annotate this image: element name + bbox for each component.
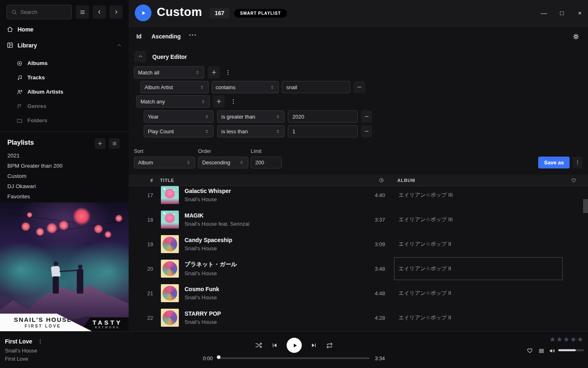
playlist-item-custom[interactable]: Custom — [7, 173, 27, 179]
album-cell[interactable]: エイリアン☆ポップ III — [394, 208, 563, 231]
track-row[interactable]: 21 Cosmo FunkSnail's House 4:48 エイリアン☆ポッ… — [129, 281, 588, 305]
sort-select[interactable]: Album — [134, 157, 195, 168]
play-button[interactable] — [287, 338, 302, 353]
next-icon[interactable] — [310, 342, 317, 349]
star-icon[interactable] — [556, 336, 563, 343]
album-cell[interactable]: エイリアン☆ポップ II — [394, 282, 563, 305]
rule3-operator-select[interactable]: is less than — [217, 125, 285, 137]
playlist-item-dj-okawari[interactable]: DJ Okawari — [7, 183, 36, 189]
sidebar-item-home[interactable]: Home — [7, 26, 33, 33]
now-playing-title[interactable]: First Love — [5, 338, 43, 345]
track-album-art — [161, 235, 179, 253]
group2-options-button[interactable] — [229, 97, 237, 106]
volume-icon[interactable] — [548, 347, 556, 355]
save-options-button[interactable] — [572, 157, 582, 168]
playlist-item-bpm[interactable]: BPM Greater than 200 — [7, 163, 62, 169]
repeat-icon[interactable] — [326, 342, 333, 349]
now-playing-artist[interactable]: Snail's House — [5, 348, 37, 354]
add-playlist-button[interactable] — [95, 138, 105, 149]
group2-match-select[interactable]: Match any — [136, 95, 210, 108]
volume-slider[interactable] — [558, 349, 584, 351]
column-index[interactable]: # — [129, 178, 153, 183]
player-bar: First Love Snail's House First Love 0:00… — [0, 331, 588, 368]
group2-add-rule-button[interactable] — [213, 95, 225, 108]
folder-icon — [16, 117, 23, 124]
sidebar-item-albums[interactable]: Albums — [16, 57, 48, 69]
playlist-item-favorites[interactable]: Favorites — [7, 193, 30, 200]
close-button[interactable]: × — [576, 7, 584, 18]
now-playing-album[interactable]: First Love — [5, 356, 28, 362]
track-row[interactable]: 17 Galactic WhisperSnail's House 4:40 エイ… — [129, 186, 588, 207]
rule2-operator-select[interactable]: is greater than — [217, 110, 285, 123]
rule3-field-select[interactable]: Play Count — [144, 125, 214, 137]
album-cell[interactable]: エイリアン☆ポップ III — [394, 186, 563, 206]
select-caret-icon — [270, 85, 275, 90]
sort-field-control[interactable]: Id — [136, 33, 141, 40]
favorite-icon[interactable] — [526, 347, 533, 354]
rule3-value-input[interactable] — [288, 125, 358, 137]
rule1-remove-button[interactable] — [354, 81, 365, 93]
collapse-library-icon[interactable] — [116, 43, 122, 48]
seek-knob[interactable] — [217, 355, 220, 359]
rule2-value-input[interactable] — [288, 110, 358, 123]
minimize-button[interactable]: — — [540, 7, 548, 18]
sidebar-item-genres[interactable]: Genres — [16, 100, 47, 112]
column-title[interactable]: TITLE — [160, 178, 355, 183]
rule1-value-input[interactable] — [282, 81, 350, 93]
playlist-item-2021[interactable]: 2021 — [7, 153, 20, 159]
star-icon[interactable] — [549, 336, 556, 343]
track-row[interactable]: 19 Candy SpaceshipSnail's House 3:09 エイリ… — [129, 232, 588, 256]
rule2-field-select[interactable]: Year — [144, 110, 214, 123]
sort-label: Sort — [134, 148, 143, 154]
track-row[interactable]: 22 STARRY POPSnail's House 4:28 エイリアン☆ポッ… — [129, 305, 588, 330]
album-cell-focused[interactable]: エイリアン☆ポップ II — [394, 257, 563, 280]
seek-bar[interactable] — [218, 357, 370, 359]
queue-icon[interactable] — [538, 348, 545, 354]
nav-forward-button[interactable] — [109, 5, 122, 19]
menu-button[interactable] — [76, 5, 89, 19]
sort-order-control[interactable]: Ascending — [151, 33, 181, 40]
now-playing-album-art[interactable]: TASTY NETWORK SNAIL'S HOUSE FIRST LOVE — [0, 202, 129, 331]
star-icon[interactable] — [577, 336, 584, 343]
duration-column-icon[interactable] — [355, 177, 384, 183]
shuffle-icon[interactable] — [255, 341, 263, 349]
search-input[interactable] — [20, 9, 67, 15]
star-icon[interactable] — [563, 336, 570, 343]
column-album[interactable]: ALBUM — [397, 178, 571, 183]
toolbar-more-button[interactable]: ··· — [189, 31, 197, 39]
limit-input[interactable] — [251, 157, 282, 168]
table-scrollbar[interactable] — [583, 199, 588, 213]
rule2-remove-button[interactable] — [361, 110, 372, 123]
group1-options-button[interactable] — [224, 68, 232, 77]
previous-icon[interactable] — [271, 342, 278, 349]
track-options-icon[interactable] — [37, 339, 43, 345]
query-editor-collapse-button[interactable] — [134, 51, 146, 62]
sidebar-item-tracks[interactable]: Tracks — [16, 72, 45, 83]
save-as-button[interactable]: Save as — [538, 157, 570, 168]
album-cell[interactable]: エイリアン☆ポップ II — [394, 306, 563, 329]
search-box[interactable] — [7, 5, 72, 19]
star-icon[interactable] — [570, 336, 577, 343]
play-playlist-button[interactable] — [135, 4, 151, 21]
rule3-remove-button[interactable] — [361, 125, 372, 137]
group1-add-rule-button[interactable] — [208, 66, 220, 79]
library-icon — [7, 42, 13, 49]
track-row[interactable]: 18 MAGIKSnail's House feat. Sennzai 3:37… — [129, 207, 588, 232]
playlists-title: Playlists — [7, 139, 34, 146]
group1-match-select[interactable]: Match all — [134, 66, 204, 79]
page-title: Custom — [157, 5, 202, 19]
rule1-field-select[interactable]: Album Artist — [140, 81, 209, 93]
query-editor-title: Query Editor — [152, 54, 187, 60]
sidebar-item-folders[interactable]: Folders — [16, 114, 47, 126]
album-cell[interactable]: エイリアン☆ポップ II — [394, 233, 563, 256]
favorite-column-icon[interactable] — [571, 177, 577, 183]
track-row[interactable]: 20 プラネット・ガールSnail's House 3:48 エイリアン☆ポップ… — [129, 256, 588, 281]
playlist-list-button[interactable] — [109, 138, 120, 149]
maximize-button[interactable]: □ — [558, 7, 566, 18]
nav-back-button[interactable] — [93, 5, 106, 19]
rule1-operator-select[interactable]: contains — [212, 81, 279, 93]
order-select[interactable]: Descending — [198, 157, 248, 168]
gear-icon[interactable] — [572, 33, 580, 40]
sidebar-item-library[interactable]: Library — [7, 42, 122, 49]
sidebar-item-album-artists[interactable]: Album Artists — [16, 86, 63, 98]
